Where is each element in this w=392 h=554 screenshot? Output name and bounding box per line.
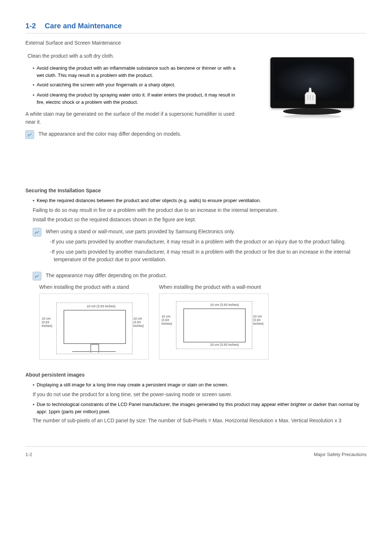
bullet-icon: •: [33, 401, 34, 409]
body-text: The number of sub-pixels of an LCD panel…: [33, 417, 367, 425]
bullet-text: Avoid cleaning the product with an infla…: [37, 65, 243, 79]
subheading-persistent: About persistent images: [25, 372, 367, 378]
figure-caption-wall: When installing the product with a wall-…: [159, 284, 268, 290]
subheading-securing: Securing the Installation Space: [25, 188, 367, 193]
note-icon: [33, 272, 41, 280]
note-text: The appearance and the color may differ …: [38, 130, 243, 138]
bullet-text: Avoid cleaning the product by spraying w…: [37, 91, 243, 106]
bullet-icon: •: [33, 81, 34, 89]
white-stain-text: A white stain may be generated on the su…: [25, 110, 243, 126]
footer-left: 1-2: [25, 452, 32, 457]
note-text: When using a stand or wall-mount, use pa…: [46, 228, 367, 236]
note-subtext: -If you use parts provided by another ma…: [50, 248, 367, 264]
note-icon: [25, 130, 34, 139]
section-number: 1-2: [25, 22, 36, 30]
dim-bottom: 10 cm (3.93 inches): [210, 343, 239, 347]
dim-top: 10 cm (3.93 inches): [87, 305, 115, 308]
dim-right: 10 cm (3.93 inches): [253, 315, 264, 326]
footer-right: Major Safety Precautions: [314, 452, 367, 457]
monitor-illustration: [258, 51, 367, 119]
intro-text: Clean the product with a soft dry cloth.: [28, 52, 243, 60]
dim-right: 10 cm (3.93 inches): [133, 317, 144, 328]
note-icon: [33, 228, 41, 237]
dim-left: 10 cm (3.93 inches): [162, 315, 172, 326]
figure-stand: 10 cm (3.93 inches) 10 cm (3.93 inches) …: [39, 294, 149, 360]
section-title: Care and Maintenance: [45, 22, 122, 30]
dim-left: 10 cm (3.93 inches): [42, 317, 52, 328]
body-text: If you do not use the product for a long…: [33, 391, 367, 399]
bullet-icon: •: [33, 91, 34, 99]
bullet-text: Keep the required distances between the …: [37, 197, 261, 204]
section-header: 1-2 Care and Maintenance: [25, 22, 367, 33]
figure-caption-stand: When installing the product with a stand: [39, 284, 148, 290]
bullet-icon: •: [33, 65, 34, 73]
note-subtext: -If you use parts provided by another ma…: [50, 238, 367, 246]
subheading-external: External Surface and Screen Maintenance: [25, 40, 367, 46]
bullet-text: Due to technological constraints of the …: [37, 401, 367, 415]
note-text: The appearance may differ depending on t…: [46, 272, 367, 280]
bullet-text: Displaying a still image for a long time…: [37, 381, 228, 389]
figure-wall: 10 cm (3.93 inches) 10 cm (3.93 inches) …: [159, 294, 269, 360]
dim-top: 10 cm (3.93 inches): [210, 303, 239, 307]
bullet-text: Avoid scratching the screen with your fi…: [37, 81, 175, 89]
body-text: Install the product so the required dist…: [33, 216, 367, 224]
bullet-icon: •: [33, 381, 34, 389]
bullet-icon: •: [33, 197, 34, 205]
body-text: Failing to do so may result in fire or a…: [33, 206, 367, 214]
